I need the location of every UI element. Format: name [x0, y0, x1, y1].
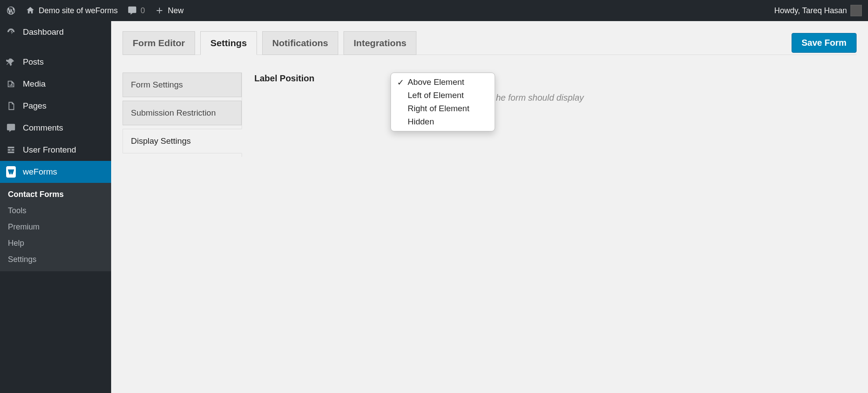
- dropdown-option[interactable]: Above Element: [391, 76, 495, 89]
- admin-bar-left: Demo site of weForms 0 New: [6, 6, 184, 15]
- user-frontend-icon: [6, 145, 16, 155]
- home-icon: [25, 6, 35, 15]
- pages-icon: [6, 101, 16, 111]
- avatar: [850, 5, 862, 16]
- sidebar-item-label: weForms: [23, 167, 57, 177]
- settings-nav-form-settings[interactable]: Form Settings: [123, 73, 242, 97]
- comment-count: 0: [141, 6, 145, 15]
- dropdown-option[interactable]: Hidden: [391, 115, 495, 128]
- tab-settings[interactable]: Settings: [200, 31, 257, 55]
- new-label: New: [168, 6, 184, 15]
- sidebar-item-pages[interactable]: Pages: [0, 95, 111, 117]
- submenu-item-settings[interactable]: Settings: [0, 251, 111, 268]
- new-content-link[interactable]: New: [155, 6, 184, 15]
- settings-side-nav: Form Settings Submission Restriction Dis…: [123, 73, 242, 157]
- submenu-item-tools[interactable]: Tools: [0, 203, 111, 219]
- dropdown-option[interactable]: Left of Element: [391, 89, 495, 102]
- site-title: Demo site of weForms: [39, 6, 118, 15]
- save-form-button[interactable]: Save Form: [792, 33, 857, 53]
- sidebar-item-label: Dashboard: [23, 27, 64, 37]
- settings-panel: Label Position Above Element Left of Ele…: [242, 73, 857, 157]
- howdy-text: Howdy, Tareq Hasan: [774, 6, 847, 15]
- admin-bar-right: Howdy, Tareq Hasan: [774, 5, 862, 16]
- sidebar-item-label: Pages: [23, 101, 47, 111]
- sidebar-item-weforms[interactable]: weForms: [0, 161, 111, 183]
- dashboard-icon: [6, 27, 16, 37]
- sidebar-item-media[interactable]: Media: [0, 73, 111, 95]
- sidebar-item-dashboard[interactable]: Dashboard: [0, 21, 111, 43]
- comment-icon: [127, 6, 137, 15]
- wp-logo[interactable]: [6, 6, 16, 15]
- field-label-position: Label Position Above Element Left of Ele…: [254, 73, 844, 103]
- sidebar-item-label: User Frontend: [23, 145, 76, 155]
- sidebar-item-label: Comments: [23, 123, 63, 133]
- dropdown-option[interactable]: Right of Element: [391, 102, 495, 115]
- settings-body: Form Settings Submission Restriction Dis…: [123, 73, 857, 157]
- field-hint: he form should display: [496, 93, 844, 103]
- sidebar-item-label: Media: [23, 79, 46, 89]
- label-position-dropdown[interactable]: Above Element Left of Element Right of E…: [391, 73, 495, 131]
- field-label: Label Position: [254, 73, 391, 84]
- content-area: Form Editor Settings Notifications Integ…: [111, 21, 868, 393]
- account-link[interactable]: Howdy, Tareq Hasan: [774, 5, 862, 16]
- tab-form-editor[interactable]: Form Editor: [123, 31, 195, 55]
- site-link[interactable]: Demo site of weForms: [25, 6, 118, 15]
- admin-sidebar: Dashboard Posts Media Pages Comments Use…: [0, 21, 111, 393]
- settings-nav-display-settings[interactable]: Display Settings: [123, 129, 242, 153]
- plus-icon: [155, 6, 164, 15]
- settings-nav-submission-restriction[interactable]: Submission Restriction: [123, 101, 242, 125]
- sidebar-item-user-frontend[interactable]: User Frontend: [0, 139, 111, 161]
- tab-integrations[interactable]: Integrations: [344, 31, 416, 55]
- sidebar-item-posts[interactable]: Posts: [0, 51, 111, 73]
- sidebar-item-label: Posts: [23, 57, 44, 67]
- weforms-icon: [6, 167, 16, 177]
- sidebar-item-comments[interactable]: Comments: [0, 117, 111, 139]
- weforms-submenu: Contact Forms Tools Premium Help Setting…: [0, 183, 111, 271]
- field-control: Above Element Left of Element Right of E…: [391, 73, 844, 103]
- page-topbar: Form Editor Settings Notifications Integ…: [123, 31, 857, 55]
- media-icon: [6, 79, 16, 89]
- submenu-item-premium[interactable]: Premium: [0, 219, 111, 235]
- submenu-item-help[interactable]: Help: [0, 235, 111, 251]
- submenu-item-contact-forms[interactable]: Contact Forms: [0, 186, 111, 203]
- tab-notifications[interactable]: Notifications: [262, 31, 338, 55]
- wordpress-icon: [6, 6, 16, 15]
- main-tabs: Form Editor Settings Notifications Integ…: [123, 31, 416, 55]
- comments-icon: [6, 123, 16, 133]
- pin-icon: [6, 57, 16, 67]
- comments-link[interactable]: 0: [127, 6, 145, 15]
- admin-bar: Demo site of weForms 0 New Howdy, Tareq …: [0, 0, 868, 21]
